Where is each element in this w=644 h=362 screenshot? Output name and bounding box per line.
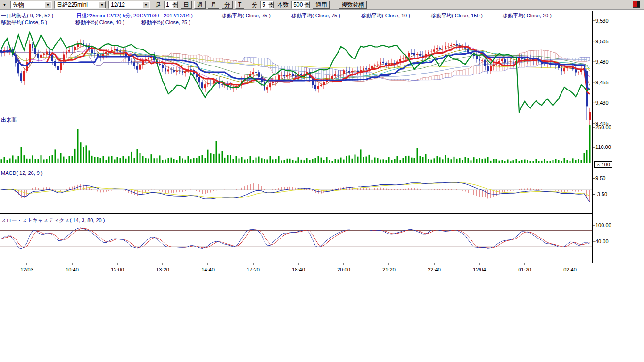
legend-ma40: 移動平均( Close, 40 ) <box>75 19 124 26</box>
contract-combo[interactable]: 12/12 ▼ <box>108 1 150 9</box>
price-axis-label: 9,530 <box>595 18 609 24</box>
macd-axis-label: 9.50 <box>595 175 605 181</box>
apply-button[interactable]: 適用 <box>313 1 330 9</box>
bar-count-label: 本数 <box>277 1 289 9</box>
bar-count-stepper[interactable]: 500 ▲ ▼ <box>291 1 310 9</box>
symbol-value: 日経225mini <box>55 1 99 8</box>
stoch-axis-label: 100.00 <box>595 222 611 228</box>
chart-area[interactable]: 一目均衡表( 9, 26, 52 ) 日経225mini 12/12( 5分, … <box>0 10 644 276</box>
mini-dropdown-button[interactable]: ▼ <box>1 1 8 8</box>
minute-unit-value: 5 <box>261 1 268 8</box>
legend-ma10: 移動平均( Close, 10 ) <box>361 12 410 19</box>
time-axis-label: 17:20 <box>247 267 260 272</box>
bar-count-value: 500 <box>292 1 304 8</box>
volume-axis-label: 110.00 <box>595 144 611 150</box>
stoch-axis-label: 40.00 <box>595 239 609 244</box>
period-day-button[interactable]: 日 <box>181 1 192 9</box>
bar-interval-stepper[interactable]: 1 ▲ ▼ <box>164 1 178 9</box>
legend-chart-title: 日経225mini 12/12( 5分, 2012/11/30 - 2012/1… <box>76 12 193 19</box>
spin-down-icon[interactable]: ▼ <box>304 5 310 8</box>
spin-up-icon[interactable]: ▲ <box>172 1 178 5</box>
time-axis-label: 22:40 <box>428 267 441 272</box>
time-axis-label: 21:20 <box>382 267 396 272</box>
time-axis-label: 20:00 <box>337 267 350 272</box>
volume-multiplier-badge: × 100 <box>594 161 612 168</box>
legend-ma25: 移動平均( Close, 25 ) <box>141 19 190 26</box>
volume-axis-label: 250.00 <box>595 124 611 130</box>
dropdown-arrow-icon[interactable]: ▼ <box>44 1 51 8</box>
price-axis-label: 9,430 <box>595 100 609 106</box>
spin-down-icon[interactable]: ▼ <box>268 5 274 8</box>
period-tick-button[interactable]: T <box>235 1 244 9</box>
dropdown-arrow-icon[interactable]: ▼ <box>99 1 106 8</box>
legend-ma75: 移動平均( Close, 75 ) <box>222 12 271 19</box>
stepper-arrows: ▲ ▼ <box>304 1 310 8</box>
minute-unit-stepper[interactable]: 5 ▲ ▼ <box>260 1 274 9</box>
time-axis-label: 01:20 <box>518 267 531 272</box>
stoch-panel-label: スロー・ストキャスティクス( 14, 3, 80, 20 ) <box>1 217 105 224</box>
chart-canvas[interactable] <box>0 10 632 276</box>
volume-panel-label: 出来高 <box>1 116 17 123</box>
price-axis-label: 9,455 <box>595 80 609 85</box>
symbol-combo[interactable]: 日経225mini ▼ <box>54 1 106 9</box>
symbol-type-value: 先物 <box>11 1 44 8</box>
symbol-type-combo[interactable]: 先物 ▼ <box>10 1 52 9</box>
time-axis-label: 12/04 <box>473 267 486 272</box>
dropdown-arrow-icon[interactable]: ▼ <box>142 1 149 8</box>
dropdown-arrow-icon: ▼ <box>3 3 6 7</box>
price-axis-label: 9,505 <box>595 39 609 44</box>
period-month-button[interactable]: 月 <box>208 1 219 9</box>
legend-ichimoku: 一目均衡表( 9, 26, 52 ) <box>1 12 53 19</box>
period-week-button[interactable]: 週 <box>194 1 206 9</box>
price-axis-label: 9,480 <box>595 59 609 65</box>
macd-panel-label: MACD( 12, 26, 9 ) <box>1 170 43 176</box>
time-axis-label: 12:00 <box>111 267 124 272</box>
spin-down-icon[interactable]: ▼ <box>172 5 178 8</box>
time-axis-label: 02:40 <box>563 267 577 272</box>
unit-label: 分 <box>251 1 258 9</box>
toolbar: ▼ 先物 ▼ 日経225mini ▼ 12/12 ▼ 足 1 ▲ ▼ 日 週 月… <box>0 0 644 10</box>
window-app-icon[interactable] <box>633 1 640 8</box>
time-axis-label: 18:40 <box>292 267 305 272</box>
legend-ma20: 移動平均( Close, 20 ) <box>503 12 552 19</box>
legend-ma5: 移動平均( Close, 5 ) <box>1 19 47 26</box>
time-axis-label: 12/03 <box>20 267 33 272</box>
spin-up-icon[interactable]: ▲ <box>268 1 274 5</box>
time-axis-label: 13:20 <box>156 267 169 272</box>
legend-ma75b: 移動平均( Close, 75 ) <box>291 12 340 19</box>
bar-type-label: 足 <box>155 1 162 9</box>
legend-ma150: 移動平均( Close, 150 ) <box>431 12 483 19</box>
period-minute-button[interactable]: 分 <box>222 1 233 9</box>
time-axis-label: 14:40 <box>201 267 215 272</box>
time-axis-label: 10:40 <box>66 267 79 272</box>
spin-up-icon[interactable]: ▲ <box>304 1 310 5</box>
app-window: ▼ 先物 ▼ 日経225mini ▼ 12/12 ▼ 足 1 ▲ ▼ 日 週 月… <box>0 0 644 362</box>
stepper-arrows: ▲ ▼ <box>172 1 178 8</box>
bar-interval-value: 1 <box>165 1 172 8</box>
contract-value: 12/12 <box>109 1 142 8</box>
macd-axis-label: -3.50 <box>595 191 607 197</box>
stepper-arrows: ▲ ▼ <box>268 1 274 8</box>
multi-symbol-button[interactable]: 複数銘柄 <box>339 1 367 9</box>
